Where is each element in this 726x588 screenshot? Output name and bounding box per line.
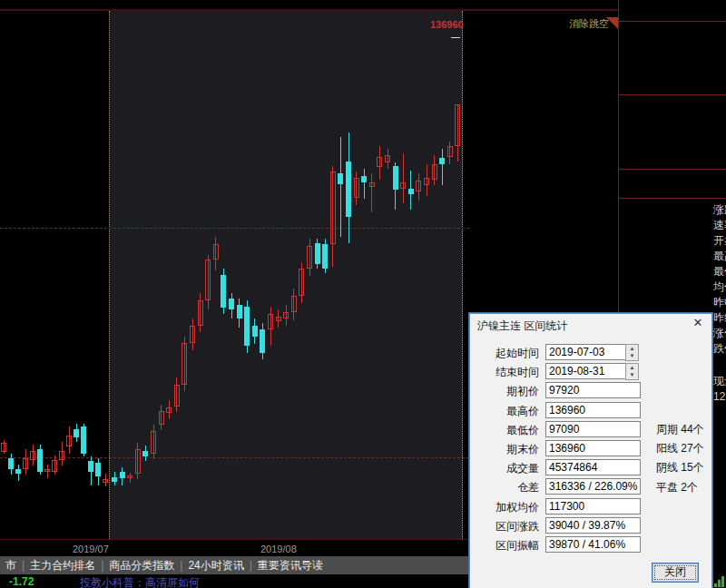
candle-body (159, 411, 164, 425)
candle-body (346, 162, 351, 217)
candle-body (112, 477, 117, 482)
dialog-stat: 阳线 27个 (656, 441, 704, 456)
tab-3[interactable]: 24小时资讯 (182, 558, 249, 573)
candle-body (408, 189, 414, 194)
candle-body (385, 155, 390, 162)
field-label: 最高价 (476, 404, 539, 419)
grid-line (0, 228, 469, 229)
field-input[interactable]: 2019-07-03 (545, 344, 627, 360)
candle-wick (442, 149, 443, 185)
field-label: 期初价 (476, 384, 539, 399)
field-input[interactable]: 136960 (545, 402, 641, 418)
right-col-label: 昨收 (713, 295, 726, 310)
red-flag-icon (606, 17, 618, 29)
right-col-label: 涨跌 (713, 202, 726, 218)
x-axis-label: 2019/07 (73, 544, 109, 554)
dialog-stat: 阴线 15个 (656, 460, 704, 475)
right-col-label: 涨停 (713, 326, 726, 341)
field-input[interactable]: 117300 (545, 498, 641, 514)
field-input[interactable]: 39870 / 41.06% (545, 536, 641, 553)
panel-separator (619, 94, 726, 95)
spin-up-icon[interactable]: ▲ (626, 364, 638, 371)
right-col-label: 昨结 (713, 310, 726, 326)
candle-wick (364, 169, 365, 199)
field-label: 加权均价 (476, 500, 539, 515)
candle-body (252, 326, 258, 337)
candle-body (95, 463, 101, 476)
candle-wick (340, 137, 341, 237)
volume-bars-icon (714, 575, 725, 587)
candle-body (30, 451, 35, 460)
spin-down-icon[interactable]: ▼ (626, 352, 638, 359)
field-label: 区间涨跌 (476, 519, 539, 534)
candle-body (338, 173, 343, 184)
candle-body (190, 326, 195, 343)
candle-wick (403, 153, 404, 203)
tab-4[interactable]: 重要资讯导读 (252, 558, 329, 573)
candle-body (322, 244, 328, 269)
candle-body (127, 475, 132, 478)
candle-body (52, 460, 57, 472)
candle-body (44, 469, 50, 472)
right-col-label: 跌停 (713, 341, 726, 357)
close-button[interactable]: 关闭 (652, 563, 699, 583)
grid-line (0, 457, 469, 458)
x-axis-label: 2019/08 (260, 544, 297, 554)
candlestick-chart[interactable]: 136960 2019/072019/08 (0, 0, 469, 556)
field-label: 成交量 (476, 461, 539, 476)
field-label: 期末价 (476, 442, 539, 457)
field-label: 结束时间 (476, 365, 539, 380)
candle-body (307, 246, 312, 269)
candle-body (229, 299, 234, 309)
candle-body (369, 182, 375, 187)
field-label: 仓差 (476, 480, 539, 495)
candle-body (182, 343, 187, 385)
candle-body (439, 158, 445, 164)
candle-wick (371, 173, 372, 212)
spinner-control[interactable]: ▲▼ (625, 344, 639, 361)
status-bar: -1.72 投教小科普：高清屏如何 (0, 574, 469, 588)
field-label: 最低价 (476, 423, 539, 438)
candle-body (135, 449, 141, 474)
candle-body (268, 314, 273, 329)
interval-stats-dialog: 沪镍主连 区间统计 ✕ 起始时间2019-07-03▲▼结束时间2019-08-… (469, 313, 712, 588)
dialog-stat: 周期 44个 (656, 422, 704, 437)
field-input[interactable]: 39040 / 39.87% (545, 517, 641, 534)
candle-body (237, 305, 242, 318)
selection-region (109, 11, 463, 539)
field-input[interactable]: 136960 (545, 440, 641, 456)
field-input[interactable]: 97920 (545, 382, 641, 398)
status-tip-text: 投教小科普：高清屏如何 (80, 575, 200, 588)
field-input[interactable]: 97090 (545, 421, 641, 437)
spinner-control[interactable]: ▲▼ (625, 363, 639, 380)
candle-body (283, 312, 289, 318)
candle-body (221, 275, 226, 308)
panel-separator (619, 21, 726, 22)
candle-body (424, 178, 429, 185)
candle-body (205, 260, 211, 300)
candle-body (330, 172, 336, 244)
remove-gap-button[interactable]: 消除跳空 (569, 17, 609, 31)
right-col-label: 均价 (713, 279, 726, 295)
candle-body (299, 269, 304, 296)
tab-0[interactable]: 市 (0, 558, 22, 573)
candle-body (276, 317, 281, 321)
spin-down-icon[interactable]: ▼ (626, 371, 638, 378)
tab-2[interactable]: 商品分类指数 (103, 558, 180, 573)
tab-1[interactable]: 主力合约排名 (25, 558, 101, 573)
dialog-title: 沪镍主连 区间统计 (477, 318, 567, 334)
candle-body (23, 458, 28, 469)
candle-body (15, 469, 21, 474)
field-input[interactable]: 2019-08-31 (545, 363, 627, 379)
candle-body (393, 166, 398, 190)
status-change-value: -1.72 (9, 575, 34, 588)
high-tick-mark (451, 37, 460, 38)
field-input[interactable]: 316336 / 226.09% (545, 478, 641, 495)
candle-body (66, 436, 72, 446)
candle-body (74, 429, 79, 437)
spin-up-icon[interactable]: ▲ (626, 345, 638, 352)
close-icon[interactable]: ✕ (691, 316, 705, 330)
field-input[interactable]: 45374864 (545, 459, 641, 475)
candle-body (59, 451, 64, 460)
panel-separator (619, 169, 726, 170)
